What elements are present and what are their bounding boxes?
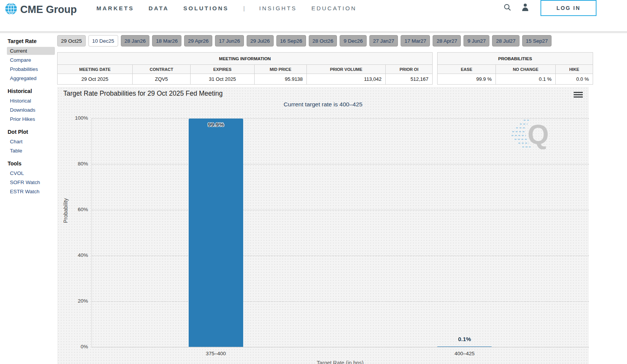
sidebar-item-table[interactable]: Table — [7, 147, 55, 155]
x-tick-label: 375–400 — [206, 351, 226, 356]
gridline-0pct — [91, 347, 589, 348]
nav-item-insights[interactable]: INSIGHTS — [259, 5, 297, 11]
bar-value-label: 0.1% — [458, 336, 471, 342]
sidebar-item-historical[interactable]: Historical — [7, 97, 55, 105]
probabilities-table: PROBABILITIESEASENO CHANGEHIKE99.9 %0.1 … — [437, 52, 593, 85]
quikstrike-watermark: Q — [515, 117, 549, 152]
tab-18-mar26[interactable]: 18 Mar26 — [152, 35, 181, 47]
gridline-60pct — [91, 210, 589, 210]
meeting-info-row: 29 Oct 2025ZQV531 Oct 202595.9138113,042… — [58, 74, 433, 85]
probability-chart-panel: Target Rate Probabilities for 29 Oct 202… — [57, 87, 589, 364]
summary-tables: MEETING INFORMATIONMEETING DATECONTRACTE… — [57, 52, 593, 85]
chart-subtitle: Current target rate is 400–425 — [57, 101, 589, 108]
sidebar-item-sofr-watch[interactable]: SOFR Watch — [7, 178, 55, 186]
cme-group-logo[interactable]: CME Group — [5, 2, 77, 17]
probabilities-value-no-change: 0.1 % — [496, 74, 556, 85]
x-tick-label: 400–425 — [454, 351, 475, 356]
login-button[interactable]: LOG IN — [540, 0, 597, 16]
plot-area: Target Rate (in bps) 0%20%40%60%80%100%9… — [91, 118, 589, 347]
y-tick-label: 100% — [75, 115, 88, 121]
nav-divider: | — [243, 5, 245, 11]
meeting-info-value-meeting-date: 29 Oct 2025 — [58, 74, 133, 85]
y-axis-title: Probability — [63, 198, 69, 223]
fedwatch-page: CME Group MARKETSDATASOLUTIONS|INSIGHTSE… — [0, 0, 627, 364]
meeting-info-value-contract: ZQV5 — [132, 74, 191, 85]
probabilities-title: PROBABILITIES — [438, 53, 593, 65]
probabilities-value-ease: 99.9 % — [438, 74, 496, 85]
y-tick-label: 60% — [78, 207, 88, 212]
nav-item-data[interactable]: DATA — [149, 5, 169, 11]
meeting-info-header-contract: CONTRACT — [132, 65, 191, 74]
nav-item-markets[interactable]: MARKETS — [96, 5, 134, 11]
tab-28-jan26[interactable]: 28 Jan26 — [121, 35, 150, 47]
sidebar-section-tools: Tools — [8, 160, 57, 167]
top-nav: MARKETSDATASOLUTIONS|INSIGHTSEDUCATION — [96, 0, 357, 16]
bar-375-400[interactable] — [189, 119, 243, 347]
sidebar-item-compare[interactable]: Compare — [7, 56, 55, 64]
probabilities-row: 99.9 %0.1 %0.0 % — [438, 74, 593, 85]
tab-29-jul26[interactable]: 29 Jul26 — [247, 35, 274, 47]
header-divider — [0, 31, 627, 33]
x-axis-title: Target Rate (in bps) — [91, 360, 589, 364]
tab-9-dec26[interactable]: 9 Dec26 — [340, 35, 366, 47]
globe-icon — [5, 2, 18, 17]
meeting-info-header-prior-oi: PRIOR OI — [385, 65, 432, 74]
nav-item-solutions[interactable]: SOLUTIONS — [183, 5, 229, 11]
bar-400-425[interactable] — [437, 346, 492, 347]
meeting-info-header-expires: EXPIRES — [191, 65, 254, 74]
meeting-information-table: MEETING INFORMATIONMEETING DATECONTRACTE… — [57, 52, 433, 85]
probabilities-header-ease: EASE — [438, 65, 496, 74]
sidebar-item-probabilities[interactable]: Probabilities — [7, 65, 55, 73]
sidebar-item-chart[interactable]: Chart — [7, 138, 55, 146]
sidebar-item-current[interactable]: Current — [7, 47, 55, 55]
y-tick-label: 0% — [80, 344, 88, 350]
sidebar-item-downloads[interactable]: Downloads — [7, 106, 55, 114]
tab-28-jul27[interactable]: 28 Jul27 — [492, 35, 519, 47]
probabilities-header-hike: HIKE — [556, 65, 593, 74]
meeting-info-value-prior-volume: 113,042 — [307, 74, 386, 85]
meeting-info-value-mid-price: 95.9138 — [254, 74, 307, 85]
watermark-letter: Q — [528, 122, 549, 147]
tab-29-apr26[interactable]: 29 Apr26 — [184, 35, 212, 47]
tab-10-dec25[interactable]: 10 Dec25 — [88, 35, 118, 47]
chart-context-menu-icon[interactable] — [574, 92, 583, 99]
logo-text: CME Group — [20, 4, 77, 16]
sidebar-item-estr-watch[interactable]: ESTR Watch — [7, 188, 55, 196]
meeting-info-value-expires: 31 Oct 2025 — [191, 74, 254, 85]
probabilities-header-no-change: NO CHANGE — [496, 65, 556, 74]
tab-29-oct25[interactable]: 29 Oct25 — [57, 35, 86, 47]
tab-17-jun26[interactable]: 17 Jun26 — [215, 35, 244, 47]
gridline-20pct — [91, 301, 589, 302]
sidebar-item-aggregated[interactable]: Aggregated — [7, 74, 55, 82]
bar-value-label: 99.9% — [208, 121, 224, 128]
main-content: 29 Oct2510 Dec2528 Jan2618 Mar2629 Apr26… — [57, 35, 593, 364]
sidebar-item-prior-hikes[interactable]: Prior Hikes — [7, 115, 55, 123]
tab-15-sep27[interactable]: 15 Sep27 — [522, 35, 552, 47]
meeting-info-title: MEETING INFORMATION — [58, 53, 433, 65]
meeting-info-header-mid-price: MID PRICE — [254, 65, 307, 74]
probabilities-value-hike: 0.0 % — [556, 74, 593, 85]
y-tick-label: 20% — [78, 298, 88, 304]
meeting-info-value-prior-oi: 512,167 — [385, 74, 432, 85]
chart-title: Target Rate Probabilities for 29 Oct 202… — [63, 90, 223, 98]
search-icon[interactable] — [503, 3, 512, 11]
y-tick-label: 80% — [78, 161, 88, 167]
gridline-40pct — [91, 255, 589, 256]
tab-17-mar27[interactable]: 17 Mar27 — [401, 35, 430, 47]
meeting-date-tabs: 29 Oct2510 Dec2528 Jan2618 Mar2629 Apr26… — [57, 35, 593, 47]
user-icon[interactable] — [521, 3, 529, 11]
y-axis-line — [91, 118, 92, 347]
sidebar-item-cvol[interactable]: CVOL — [7, 169, 55, 177]
top-header: CME Group MARKETSDATASOLUTIONS|INSIGHTSE… — [0, 0, 627, 27]
meeting-info-header-meeting-date: MEETING DATE — [58, 65, 133, 74]
sidebar-section-target-rate: Target Rate — [8, 38, 57, 44]
tab-9-jun27[interactable]: 9 Jun27 — [463, 35, 489, 47]
y-tick-label: 40% — [78, 252, 88, 258]
meeting-info-header-prior-volume: PRIOR VOLUME — [307, 65, 386, 74]
tab-28-apr27[interactable]: 28 Apr27 — [433, 35, 461, 47]
nav-item-education[interactable]: EDUCATION — [311, 5, 357, 11]
sidebar: Target RateCurrentCompareProbabilitiesAg… — [0, 35, 57, 197]
tab-28-oct26[interactable]: 28 Oct26 — [309, 35, 337, 47]
tab-27-jan27[interactable]: 27 Jan27 — [369, 35, 398, 47]
tab-16-sep26[interactable]: 16 Sep26 — [276, 35, 306, 47]
